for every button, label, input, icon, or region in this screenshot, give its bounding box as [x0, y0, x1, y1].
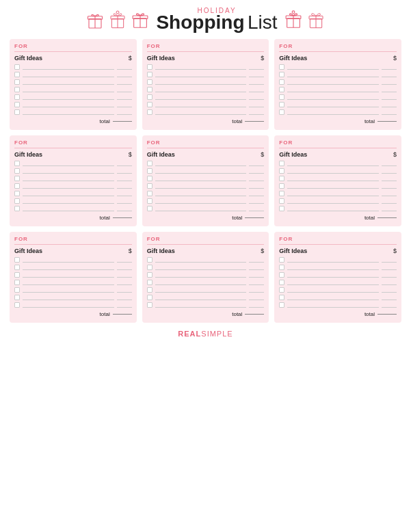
checkbox-icon[interactable] [147, 295, 153, 300]
checkbox-icon[interactable] [279, 287, 284, 293]
price-line [382, 183, 397, 189]
checkbox-icon[interactable] [279, 168, 284, 174]
checkbox-icon[interactable] [147, 257, 153, 263]
checkbox-icon[interactable] [147, 102, 153, 107]
checkbox-icon[interactable] [14, 94, 20, 100]
checkbox-icon[interactable] [147, 176, 153, 181]
checkbox-icon[interactable] [279, 176, 284, 181]
item-line [23, 168, 114, 174]
checkbox-icon[interactable] [279, 280, 284, 285]
gift-icon-4 [283, 10, 304, 30]
checkbox-icon[interactable] [147, 272, 153, 278]
checkbox-icon[interactable] [147, 161, 153, 166]
checkbox-icon[interactable] [147, 94, 153, 100]
checkbox-icon[interactable] [147, 72, 153, 77]
checkbox-icon[interactable] [279, 191, 284, 196]
checkbox-icon[interactable] [14, 109, 20, 115]
item-line [155, 257, 247, 263]
checkbox-icon[interactable] [147, 206, 153, 211]
price-line [382, 72, 397, 77]
price-line [382, 168, 397, 174]
checkbox-icon[interactable] [14, 302, 20, 308]
item-line [155, 176, 247, 181]
checkbox-icon[interactable] [14, 79, 20, 85]
checkbox-icon[interactable] [147, 198, 153, 204]
checkbox-icon[interactable] [147, 87, 153, 92]
checkbox-icon[interactable] [279, 302, 284, 308]
checkbox-icon[interactable] [279, 295, 284, 300]
checkbox-icon[interactable] [279, 265, 284, 270]
checkbox-icon[interactable] [147, 302, 153, 308]
checkbox-icon[interactable] [147, 183, 153, 189]
checkbox-icon[interactable] [14, 161, 20, 166]
checkbox-icon[interactable] [14, 272, 20, 278]
price-line [249, 87, 264, 92]
checkbox-icon[interactable] [279, 272, 284, 278]
checkbox-icon[interactable] [14, 176, 20, 181]
checkbox-icon[interactable] [147, 287, 153, 293]
gift-icon-1 [85, 10, 105, 30]
price-line [382, 287, 397, 293]
item-line [23, 265, 114, 270]
item-line [287, 287, 379, 293]
checkbox-icon[interactable] [279, 183, 284, 189]
checkbox-icon[interactable] [279, 87, 284, 92]
checkbox-icon[interactable] [279, 257, 284, 263]
checkbox-icon[interactable] [147, 265, 153, 270]
checkbox-icon[interactable] [14, 72, 20, 77]
checkbox-icon[interactable] [279, 79, 284, 85]
price-line [382, 191, 397, 196]
price-line [117, 257, 132, 263]
item-line [287, 272, 379, 278]
gift-icon-5 [306, 10, 326, 30]
card-dollar-1: $ [261, 55, 264, 62]
item-line [287, 302, 379, 308]
price-line [382, 64, 397, 70]
checkbox-icon[interactable] [14, 102, 20, 107]
page: HOLIDAY Shopping List [0, 0, 411, 532]
list-item [147, 168, 265, 174]
list-item [279, 295, 397, 300]
checkbox-icon[interactable] [279, 206, 284, 211]
checkbox-icon[interactable] [147, 191, 153, 196]
checkbox-icon[interactable] [14, 64, 20, 70]
item-line [155, 64, 247, 70]
checkbox-icon[interactable] [279, 102, 284, 107]
checkbox-icon[interactable] [279, 109, 284, 115]
checkbox-icon[interactable] [279, 198, 284, 204]
checkbox-icon[interactable] [147, 280, 153, 285]
checkbox-icon[interactable] [279, 72, 284, 77]
card-total-row-6: total [14, 311, 132, 317]
checkbox-icon[interactable] [14, 191, 20, 196]
checkbox-icon[interactable] [147, 168, 153, 174]
card-total-row-3: total [14, 215, 132, 221]
checkbox-icon[interactable] [279, 94, 284, 100]
list-item [14, 94, 132, 100]
checkbox-icon[interactable] [14, 295, 20, 300]
card-gift-label-8: Gift Ideas [279, 248, 307, 254]
checkbox-icon[interactable] [147, 79, 153, 85]
checkbox-icon[interactable] [14, 87, 20, 92]
checkbox-icon[interactable] [14, 183, 20, 189]
card-items-6 [14, 257, 132, 308]
list-item [14, 109, 132, 115]
checkbox-icon[interactable] [14, 206, 20, 211]
card-total-label-8: total [364, 311, 375, 317]
item-line [287, 87, 379, 92]
checkbox-icon[interactable] [279, 161, 284, 166]
checkbox-icon[interactable] [14, 168, 20, 174]
checkbox-icon[interactable] [14, 198, 20, 204]
checkbox-icon[interactable] [147, 109, 153, 115]
item-line [23, 176, 114, 181]
list-item [14, 183, 132, 189]
checkbox-icon[interactable] [147, 64, 153, 70]
checkbox-icon[interactable] [14, 265, 20, 270]
price-line [249, 295, 264, 300]
checkbox-icon[interactable] [14, 257, 20, 263]
checkbox-icon[interactable] [14, 280, 20, 285]
price-line [117, 295, 132, 300]
list-item [14, 87, 132, 92]
checkbox-icon[interactable] [279, 64, 284, 70]
checkbox-icon[interactable] [14, 287, 20, 293]
card-total-label-1: total [232, 118, 242, 124]
